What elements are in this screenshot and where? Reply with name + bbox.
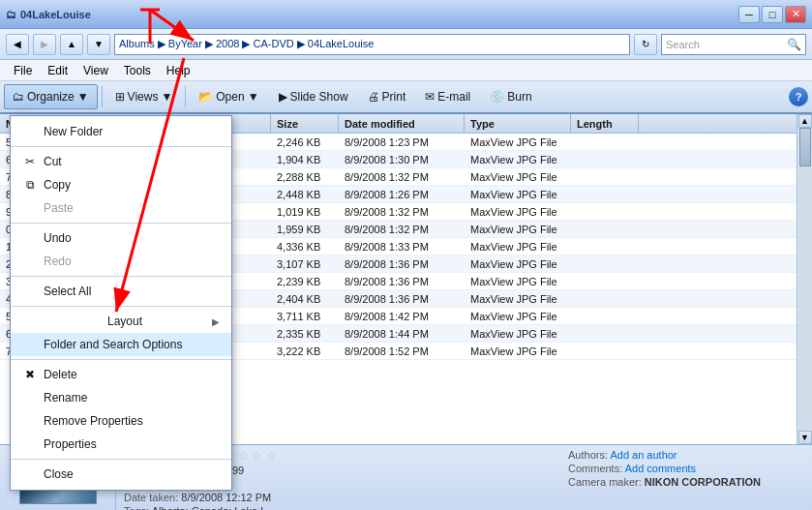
back-button[interactable]: ◀	[6, 34, 29, 55]
address-path[interactable]: Albums ▶ ByYear ▶ 2008 ▶ CA-DVD ▶ 04Lake…	[114, 34, 630, 55]
toolbar-divider-2	[185, 86, 186, 107]
meta-right: Authors: Add an author Comments: Add com…	[560, 445, 812, 510]
file-type-cell: MaxView JPG File	[465, 171, 571, 183]
file-type-cell: MaxView JPG File	[465, 154, 571, 165]
file-type-cell: MaxView JPG File	[465, 328, 571, 340]
menu-help[interactable]: Help	[159, 62, 198, 79]
menu-item-icon	[22, 284, 38, 299]
title-bar-left: 🗂 04LakeLouise	[6, 9, 91, 20]
maximize-button[interactable]: □	[762, 6, 783, 23]
comments-value: Add comments	[625, 463, 696, 474]
views-button[interactable]: ⊞ Views ▼	[106, 84, 182, 109]
file-type-cell: MaxView JPG File	[465, 293, 571, 305]
menu-item-undo[interactable]: Undo	[11, 226, 231, 250]
file-date-cell: 8/9/2008 1:32 PM	[339, 171, 465, 183]
tags-value: Alberta; Canada; Lake L...	[152, 505, 276, 510]
menu-item-cut[interactable]: ✂Cut	[11, 150, 231, 173]
col-length-header[interactable]: Length	[571, 114, 639, 133]
menu-item-label: Remove Properties	[44, 414, 143, 428]
file-size-cell: 1,019 KB	[271, 206, 339, 218]
burn-icon: 💿	[490, 90, 504, 104]
scroll-up-button[interactable]: ▲	[798, 114, 812, 128]
file-date-cell: 8/9/2008 1:32 PM	[339, 206, 465, 218]
email-label: E-mail	[437, 90, 470, 104]
minimize-button[interactable]: ─	[738, 6, 760, 23]
menu-edit[interactable]: Edit	[40, 62, 75, 79]
menu-item-delete[interactable]: ✖Delete	[11, 363, 231, 386]
open-arrow-icon: ▼	[248, 90, 259, 104]
menu-item-label: Cut	[44, 155, 62, 168]
menu-item-redo: Redo	[11, 250, 231, 273]
menu-tools[interactable]: Tools	[116, 62, 159, 79]
menu-item-folder-options[interactable]: Folder and Search Options	[11, 333, 231, 356]
submenu-arrow-icon: ▶	[212, 316, 220, 327]
file-date-cell: 8/9/2008 1:23 PM	[339, 136, 465, 148]
date-value: 8/9/2008 12:12 PM	[181, 492, 271, 503]
burn-label: Burn	[507, 90, 531, 104]
menu-item-label: Copy	[44, 178, 71, 192]
menu-file[interactable]: File	[6, 62, 40, 79]
menu-item-label: Rename	[44, 391, 87, 405]
menu-item-label: Properties	[44, 437, 97, 451]
file-type-cell: MaxView JPG File	[465, 136, 571, 148]
col-type-header[interactable]: Type	[465, 114, 571, 133]
date-row: Date taken: 8/9/2008 12:12 PM	[124, 492, 553, 503]
menu-item-properties[interactable]: Properties	[11, 433, 231, 456]
file-size-cell: 1,959 KB	[271, 224, 339, 235]
file-size-cell: 2,246 KB	[271, 136, 339, 148]
menu-item-rename[interactable]: Rename	[11, 386, 231, 409]
window-title: 04LakeLouise	[20, 9, 91, 20]
scrollbar: ▲ ▼	[797, 114, 812, 444]
col-size-header[interactable]: Size	[271, 114, 339, 133]
scroll-down-button[interactable]: ▼	[798, 431, 812, 444]
menu-item-label: Select All	[44, 285, 91, 298]
help-button[interactable]: ?	[789, 87, 808, 106]
menu-item-label: Layout	[107, 315, 142, 328]
menu-item-label: Folder and Search Options	[44, 338, 182, 351]
camera-row: Camera maker: NIKON CORPORATION	[568, 476, 804, 488]
search-box[interactable]: Search 🔍	[661, 34, 806, 55]
forward-button[interactable]: ▶	[33, 34, 56, 55]
refresh-button[interactable]: ↻	[634, 34, 657, 55]
menu-item-layout[interactable]: Layout▶	[11, 310, 231, 333]
menu-view[interactable]: View	[75, 62, 116, 79]
email-button[interactable]: ✉ E-mail	[416, 84, 479, 109]
close-button[interactable]: ✕	[785, 6, 806, 23]
dropdown-arrow[interactable]: ▼	[87, 34, 110, 55]
comments-label: Comments:	[568, 463, 622, 474]
menu-separator	[11, 359, 231, 360]
views-icon: ⊞	[115, 90, 125, 104]
organize-button[interactable]: 🗂 Organize ▼	[4, 84, 98, 109]
file-type-cell: MaxView JPG File	[465, 224, 571, 235]
file-date-cell: 8/9/2008 1:42 PM	[339, 311, 465, 322]
menu-item-select-all[interactable]: Select All	[11, 280, 231, 303]
menu-item-icon	[22, 314, 38, 329]
window-icon: 🗂	[6, 9, 16, 20]
file-size-cell: 2,448 KB	[271, 189, 339, 200]
slideshow-button[interactable]: ▶ Slide Show	[270, 84, 357, 109]
print-button[interactable]: 🖨 Print	[359, 84, 415, 109]
open-button[interactable]: 📂 Open ▼	[190, 84, 267, 109]
menu-item-label: Delete	[44, 368, 77, 381]
print-icon: 🖨	[368, 90, 379, 104]
title-bar: 🗂 04LakeLouise ─ □ ✕	[0, 0, 812, 29]
address-bar: ◀ ▶ ▲ ▼ Albums ▶ ByYear ▶ 2008 ▶ CA-DVD …	[0, 29, 812, 60]
toolbar-divider-1	[102, 86, 103, 107]
menu-separator	[11, 276, 231, 277]
burn-button[interactable]: 💿 Burn	[481, 84, 540, 109]
up-button[interactable]: ▲	[60, 34, 83, 55]
menu-item-icon	[22, 254, 38, 269]
menu-separator	[11, 459, 231, 460]
col-date-header[interactable]: Date modified	[339, 114, 465, 133]
menu-item-icon	[22, 200, 38, 216]
file-type-cell: MaxView JPG File	[465, 276, 571, 287]
scroll-thumb[interactable]	[799, 128, 811, 166]
authors-label: Authors:	[568, 449, 608, 461]
menu-item-close[interactable]: Close	[11, 463, 231, 486]
menu-item-icon	[22, 436, 38, 452]
menu-item-copy[interactable]: ⧉Copy	[11, 173, 231, 196]
menu-item-remove-props[interactable]: Remove Properties	[11, 409, 231, 433]
tags-row: Tags: Alberta; Canada; Lake L...	[124, 505, 553, 510]
email-icon: ✉	[425, 90, 435, 104]
menu-item-new-folder[interactable]: New Folder	[11, 120, 231, 143]
